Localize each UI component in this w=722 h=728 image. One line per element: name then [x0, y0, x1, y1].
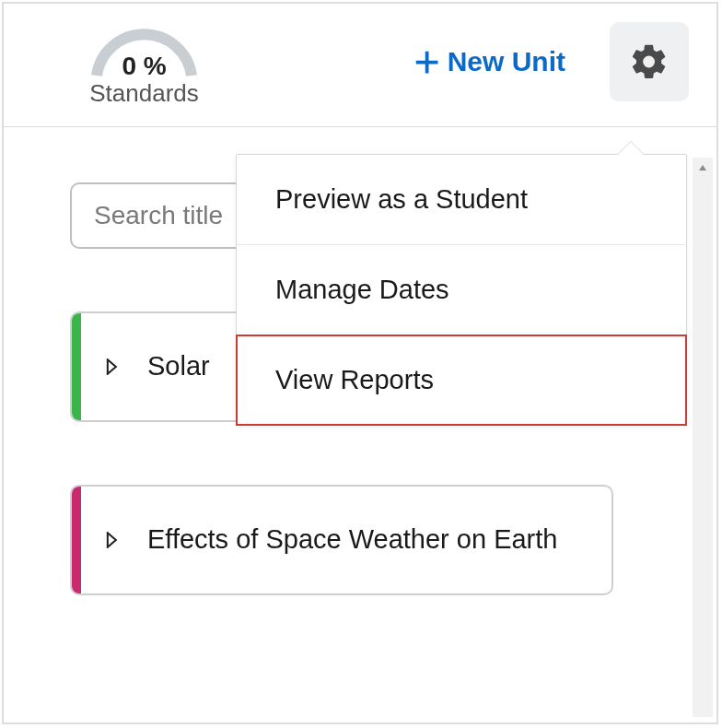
settings-dropdown: Preview as a Student Manage Dates View R… — [236, 154, 687, 426]
topbar: 0 % Standards New Unit — [4, 4, 716, 127]
chevron-up-icon — [698, 164, 707, 171]
gear-icon — [629, 41, 670, 82]
unit-title: Solar — [147, 326, 238, 406]
new-unit-button[interactable]: New Unit — [413, 46, 565, 77]
gauge-label: Standards — [89, 79, 199, 108]
expand-toggle[interactable] — [103, 529, 122, 551]
menu-item-view-reports[interactable]: View Reports — [237, 335, 686, 425]
scroll-up-button[interactable] — [693, 158, 713, 178]
unit-title: Effects of Space Weather on Earth — [147, 499, 585, 580]
chevron-right-icon — [106, 532, 119, 548]
chevron-right-icon — [106, 358, 119, 375]
plus-icon — [413, 48, 440, 76]
new-unit-label: New Unit — [448, 46, 565, 77]
standards-gauge: 0 % Standards — [82, 15, 206, 108]
unit-stripe — [72, 487, 81, 593]
menu-item-preview-student[interactable]: Preview as a Student — [237, 155, 686, 245]
settings-button[interactable] — [610, 22, 689, 101]
scrollbar[interactable] — [693, 158, 713, 717]
expand-toggle[interactable] — [103, 356, 122, 378]
unit-stripe — [72, 313, 81, 420]
gauge-percent: 0 % — [122, 52, 166, 81]
unit-card[interactable]: Effects of Space Weather on Earth — [70, 485, 613, 595]
menu-item-manage-dates[interactable]: Manage Dates — [237, 245, 686, 335]
